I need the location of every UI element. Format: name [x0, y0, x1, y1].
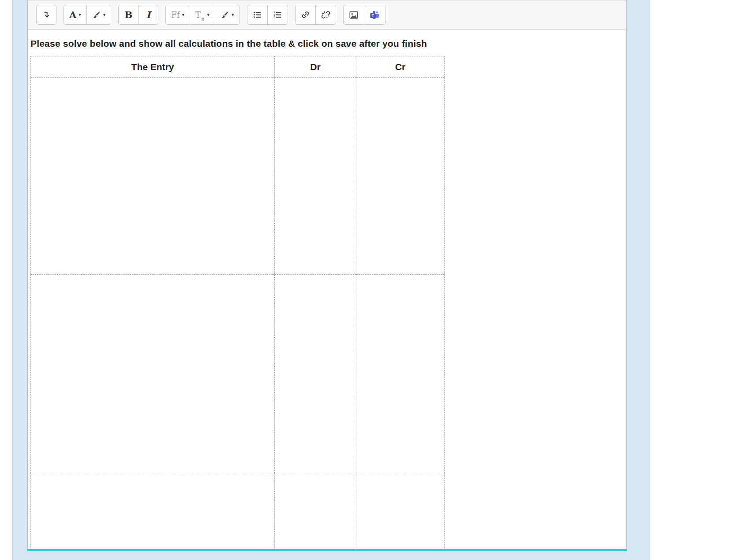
table-cell-cr-3[interactable] — [356, 473, 445, 552]
table-row — [31, 275, 445, 473]
paintbrush-icon — [221, 11, 229, 19]
link-icon — [301, 10, 310, 19]
table-cell-dr-1[interactable] — [275, 78, 356, 275]
table-cell-entry-2[interactable] — [31, 275, 275, 473]
editor-content-area[interactable]: Please solve below and show all calculat… — [28, 30, 626, 551]
text-color-button[interactable]: ▾ — [86, 5, 112, 25]
table-cell-entry-3[interactable] — [31, 473, 275, 552]
font-size-icon: T — [195, 11, 201, 19]
image-icon — [349, 10, 359, 20]
table-row — [31, 78, 445, 275]
toolbar-group-links — [295, 5, 336, 25]
italic-icon: I — [146, 10, 150, 19]
font-family-button[interactable]: Ff ▾ — [165, 5, 190, 25]
toolbar-group-format: A ▾ ▾ — [64, 5, 111, 25]
rich-text-editor: A ▾ ▾ B I Ff — [27, 0, 627, 551]
toolbar-group-collapse — [36, 5, 56, 25]
chevron-down-icon: ▾ — [79, 12, 81, 17]
microsoft-teams-icon: T — [370, 10, 380, 20]
highlight-color-button[interactable]: ▾ — [215, 5, 240, 25]
collapse-toolbar-button[interactable] — [36, 5, 56, 25]
editor-bottom-accent-bar — [27, 549, 627, 551]
toolbar-group-media: T — [343, 5, 385, 25]
instruction-text: Please solve below and show all calculat… — [30, 38, 624, 49]
unlink-icon — [321, 10, 330, 19]
table-cell-cr-2[interactable] — [356, 275, 445, 473]
table-row — [31, 473, 445, 552]
bold-icon: B — [124, 10, 132, 19]
font-family-icon: Ff — [171, 11, 180, 19]
insert-link-button[interactable] — [295, 5, 316, 25]
italic-button[interactable]: I — [138, 5, 158, 25]
toolbar-group-font: Ff ▾ T ⇅ ▾ ▾ — [165, 5, 240, 25]
bold-button[interactable]: B — [118, 5, 138, 25]
paintbrush-icon — [92, 11, 101, 19]
bullet-list-button[interactable] — [247, 5, 268, 25]
toolbar-group-lists: 1 2 3 — [247, 5, 288, 25]
format-letter-icon: A — [69, 10, 76, 19]
remove-link-button[interactable] — [315, 5, 336, 25]
page: A ▾ ▾ B I Ff — [0, 0, 741, 560]
chevron-down-icon: ▾ — [207, 12, 210, 17]
table-cell-entry-1[interactable] — [31, 78, 275, 275]
editor-toolbar: A ▾ ▾ B I Ff — [28, 0, 626, 30]
table-cell-dr-2[interactable] — [275, 275, 356, 473]
numbered-list-button[interactable]: 1 2 3 — [267, 5, 288, 25]
numbered-list-icon: 1 2 3 — [273, 10, 282, 19]
teams-button[interactable]: T — [364, 5, 385, 25]
bullet-list-icon — [253, 10, 262, 19]
collapse-icon — [42, 11, 51, 19]
font-size-button[interactable]: T ⇅ ▾ — [190, 5, 215, 25]
column-header-dr[interactable]: Dr — [275, 56, 356, 78]
chevron-down-icon: ▾ — [182, 12, 185, 17]
table-cell-dr-3[interactable] — [275, 473, 356, 552]
table-header-row: The Entry Dr Cr — [31, 56, 445, 78]
column-header-the-entry[interactable]: The Entry — [31, 56, 275, 78]
svg-text:3: 3 — [273, 15, 275, 19]
right-margin — [650, 0, 741, 560]
up-down-arrows-icon: ⇅ — [201, 17, 205, 22]
toolbar-group-style: B I — [118, 5, 158, 25]
entry-table: The Entry Dr Cr — [30, 56, 445, 551]
paragraph-style-button[interactable]: A ▾ — [64, 5, 87, 25]
insert-image-button[interactable] — [343, 5, 364, 25]
column-header-cr[interactable]: Cr — [356, 56, 445, 78]
svg-text:T: T — [371, 13, 374, 18]
chevron-down-icon: ▾ — [232, 12, 234, 17]
chevron-down-icon: ▾ — [103, 12, 106, 17]
table-cell-cr-1[interactable] — [356, 78, 445, 275]
